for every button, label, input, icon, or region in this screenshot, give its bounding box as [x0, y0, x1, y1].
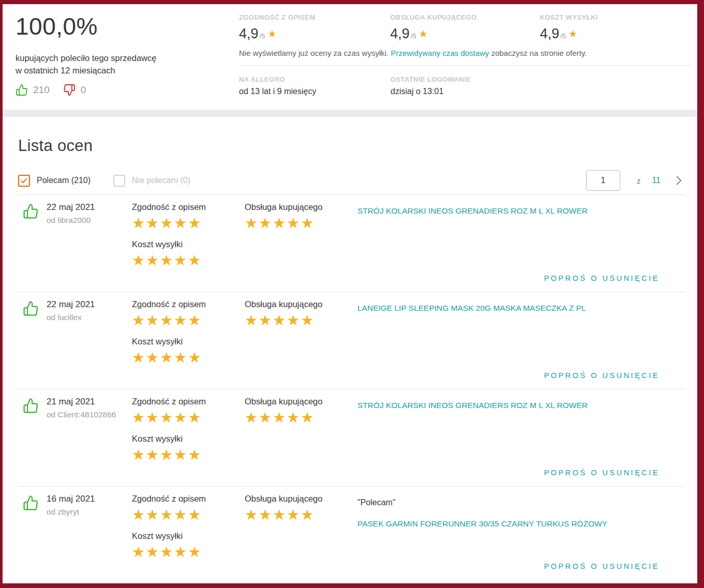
recommend-subtitle: kupujących poleciło tego sprzedawcę w os… [16, 52, 233, 77]
thumbs-down-icon [63, 84, 76, 96]
koszt-label: Koszt wysyłki [132, 337, 245, 346]
koszt-label: Koszt wysyłki [132, 531, 245, 541]
review-author: od zbyryt [47, 507, 132, 517]
recommendation-summary: 100,0% kupujących poleciło tego sprzedaw… [16, 12, 233, 96]
zgodnosc-stars: ★★★★★ [132, 215, 245, 232]
filter-recommend-label: Polecam (210) [37, 176, 91, 185]
thumbs-up-icon [18, 397, 47, 486]
rating-suffix: /5 [560, 32, 566, 40]
review-ratings-col2: Obsługa kupującego ★★★★★ [245, 299, 357, 389]
review-meta: 22 maj 2021 od lucillex [47, 299, 132, 389]
review-ratings-col1: Zgodność z opisem ★★★★★ Koszt wysyłki ★★… [132, 299, 245, 389]
note-text-after: zobaczysz na stronie oferty. [489, 49, 587, 57]
thumbs-up-count: 210 [33, 84, 50, 96]
seller-info-row: NA ALLEGRO od 13 lat i 9 miesięcy OSTATN… [239, 66, 691, 96]
thumbs-down-count: 0 [81, 84, 86, 96]
recommend-checkbox[interactable] [18, 175, 30, 187]
rating-label: KOSZT WYSYŁKI [540, 13, 691, 21]
rating-suffix: /5 [260, 32, 265, 40]
product-link[interactable]: STRÓJ KOLARSKI INEOS GRENADIERS ROZ M L … [357, 206, 588, 216]
star-icon: ★ [419, 28, 428, 40]
koszt-stars: ★★★★★ [132, 350, 245, 366]
rating-koszt: KOSZT WYSYŁKI 4,9 /5 ★ [540, 13, 691, 42]
rating-label: ZGODNOŚĆ Z OPISEM [239, 13, 390, 21]
koszt-stars: ★★★★★ [132, 447, 245, 463]
pagination: z 11 [586, 170, 685, 191]
on-allegro-label: NA ALLEGRO [239, 76, 391, 83]
review-date: 21 maj 2021 [47, 397, 132, 407]
star-icon: ★ [568, 28, 577, 40]
review-date: 22 maj 2021 [47, 202, 132, 213]
request-removal-link[interactable]: POPROŚ O USUNIĘCIE [544, 371, 660, 380]
thumbs-counts: 210 0 [16, 84, 233, 96]
review-ratings-col1: Zgodność z opisem ★★★★★ Koszt wysyłki ★★… [132, 397, 245, 486]
note-text-before: Nie wyświetlamy już oceny za czas wysyłk… [239, 49, 391, 57]
product-link[interactable]: LANEIGE LIP SLEEPING MASK 20G MASKA MASE… [357, 304, 586, 313]
koszt-stars: ★★★★★ [132, 252, 245, 269]
koszt-label: Koszt wysyłki [132, 434, 245, 444]
review-row: 21 maj 2021 od Client:48102866 Zgodność … [18, 389, 685, 487]
rating-value: 4,9 /5 ★ [390, 26, 540, 42]
obsluga-stars: ★★★★★ [245, 215, 357, 232]
not-recommend-checkbox[interactable] [113, 175, 125, 187]
review-meta: 22 maj 2021 od libra2000 [47, 202, 132, 292]
rating-number: 4,9 [390, 26, 410, 42]
filter-recommend[interactable]: Polecam (210) [18, 175, 91, 187]
review-date: 22 maj 2021 [47, 299, 132, 310]
filter-row: Polecam (210) Nie polecam (0) z 11 [18, 170, 685, 191]
request-removal-link[interactable]: POPROŚ O USUNIĘCIE [544, 469, 660, 477]
delivery-time-link[interactable]: Przewidywany czas dostawy [391, 49, 489, 57]
ratings-row: ZGODNOŚĆ Z OPISEM 4,9 /5 ★ OBSŁUGA KUPUJ… [239, 13, 691, 42]
product-link[interactable]: PASEK GARMIN FORERUNNER 30/35 CZARNY TUR… [357, 519, 607, 529]
request-removal-link[interactable]: POPROŚ O USUNIĘCIE [544, 562, 660, 570]
last-login-info: OSTATNIE LOGOWANIE dzisiaj o 13:01 [391, 76, 542, 96]
obsluga-label: Obsługa kupującego [245, 494, 357, 504]
review-ratings-col2: Obsługa kupującego ★★★★★ [245, 397, 357, 486]
obsluga-stars: ★★★★★ [245, 410, 357, 426]
review-date: 16 maj 2021 [47, 494, 132, 504]
review-author: od libra2000 [47, 216, 132, 225]
rating-number: 4,9 [239, 26, 259, 42]
review-row: 16 maj 2021 od zbyryt Zgodność z opisem … [18, 487, 685, 580]
rating-obsluga: OBSŁUGA KUPUJĄCEGO 4,9 /5 ★ [390, 13, 540, 42]
review-list: 22 maj 2021 od libra2000 Zgodność z opis… [18, 194, 685, 580]
rating-number: 4,9 [540, 26, 560, 42]
pagination-total[interactable]: 11 [652, 176, 661, 185]
review-author: od Client:48102866 [47, 410, 132, 419]
thumbs-up-icon [18, 299, 47, 389]
obsluga-label: Obsługa kupującego [245, 299, 357, 309]
review-ratings-col1: Zgodność z opisem ★★★★★ Koszt wysyłki ★★… [132, 202, 245, 292]
review-ratings-col1: Zgodność z opisem ★★★★★ Koszt wysyłki ★★… [132, 494, 245, 580]
thumbs-up-icon [18, 494, 47, 580]
review-comment: "Polecam" [357, 498, 657, 507]
filter-not-recommend[interactable]: Nie polecam (0) [113, 175, 190, 187]
on-allegro-info: NA ALLEGRO od 13 lat i 9 miesięcy [239, 76, 391, 96]
rating-value: 4,9 /5 ★ [239, 26, 390, 42]
product-link[interactable]: STRÓJ KOLARSKI INEOS GRENADIERS ROZ M L … [357, 401, 588, 410]
zgodnosc-label: Zgodność z opisem [132, 202, 245, 212]
review-row: 22 maj 2021 od lucillex Zgodność z opise… [18, 292, 685, 389]
page-frame: 100,0% kupujących poleciło tego sprzedaw… [0, 0, 704, 588]
review-ratings-col2: Obsługa kupującego ★★★★★ [245, 494, 357, 580]
review-meta: 16 maj 2021 od zbyryt [47, 494, 132, 580]
zgodnosc-stars: ★★★★★ [132, 410, 245, 426]
review-author: od lucillex [47, 313, 132, 322]
zgodnosc-label: Zgodność z opisem [132, 299, 245, 309]
page-number-input[interactable] [586, 170, 620, 191]
seller-summary-header: 100,0% kupujących poleciło tego sprzedaw… [3, 4, 697, 110]
rating-zgodnosc: ZGODNOŚĆ Z OPISEM 4,9 /5 ★ [239, 13, 390, 42]
star-icon: ★ [267, 28, 276, 40]
obsluga-label: Obsługa kupującego [245, 202, 357, 212]
rating-suffix: /5 [411, 32, 416, 40]
recommend-subtitle-line1: kupujących poleciło tego sprzedawcę [16, 52, 233, 64]
zgodnosc-label: Zgodność z opisem [132, 494, 245, 504]
obsluga-stars: ★★★★★ [245, 507, 357, 523]
filter-not-recommend-label: Nie polecam (0) [132, 176, 190, 185]
page-title: Lista ocen [18, 137, 685, 155]
review-meta: 21 maj 2021 od Client:48102866 [47, 397, 132, 486]
rating-label: OBSŁUGA KUPUJĄCEGO [390, 13, 540, 21]
last-login-label: OSTATNIE LOGOWANIE [391, 76, 542, 83]
request-removal-link[interactable]: POPROŚ O USUNIĘCIE [544, 274, 660, 282]
next-page-button[interactable] [672, 174, 685, 187]
seller-ratings-panel: ZGODNOŚĆ Z OPISEM 4,9 /5 ★ OBSŁUGA KUPUJ… [239, 13, 691, 96]
